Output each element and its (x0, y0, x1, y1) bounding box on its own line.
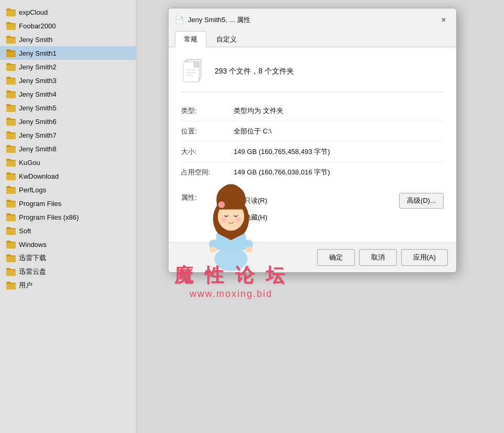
file-info-icon (181, 58, 204, 85)
prop-row-1: 位置:全部位于 C:\ (181, 121, 444, 142)
readonly-checkbox[interactable] (234, 197, 241, 204)
dialog-title-icon: 📄 (175, 16, 184, 24)
tab-custom[interactable]: 自定义 (207, 31, 246, 47)
attributes-row: 属性: 只读(R) 高级(D)... 隐藏(H) (181, 188, 444, 232)
ok-button[interactable]: 确定 (317, 249, 355, 266)
prop-label-3: 占用空间: (181, 168, 234, 177)
hidden-checkbox[interactable] (234, 214, 241, 221)
prop-label-2: 大小: (181, 147, 234, 157)
readonly-attr-row: 只读(R) 高级(D)... (234, 193, 444, 209)
dialog-title-text: Jeny Smith5, ... 属性 (188, 15, 437, 25)
prop-value-0: 类型均为 文件夹 (234, 106, 444, 116)
dialog-titlebar: 📄 Jeny Smith5, ... 属性 ✕ (169, 8, 456, 30)
dialog-tabs: 常规 自定义 (169, 30, 456, 47)
dialog-footer: 确定 取消 应用(A) (169, 242, 456, 272)
multi-file-icon (181, 58, 204, 83)
prop-row-3: 占用空间:149 GB (160,766,038,016 字节) (181, 162, 444, 182)
dialog-body: 293 个文件，8 个文件夹 类型:类型均为 文件夹位置:全部位于 C:\大小:… (169, 47, 456, 242)
prop-value-2: 149 GB (160,765,458,493 字节) (234, 147, 444, 157)
file-info-header: 293 个文件，8 个文件夹 (181, 58, 444, 92)
prop-label-1: 位置: (181, 127, 234, 136)
properties-dialog: 📄 Jeny Smith5, ... 属性 ✕ 常规 自定义 (168, 8, 457, 273)
file-count-text: 293 个文件，8 个文件夹 (215, 67, 294, 76)
prop-row-2: 大小:149 GB (160,765,458,493 字节) (181, 142, 444, 162)
close-button[interactable]: ✕ (437, 14, 450, 26)
readonly-label: 只读(R) (244, 196, 267, 205)
properties-list: 类型:类型均为 文件夹位置:全部位于 C:\大小:149 GB (160,765… (181, 101, 444, 182)
tab-general[interactable]: 常规 (175, 31, 206, 47)
hidden-label: 隐藏(H) (244, 213, 267, 222)
attributes-label: 属性: (181, 193, 234, 202)
prop-value-3: 149 GB (160,766,038,016 字节) (234, 168, 444, 177)
hidden-attr-row: 隐藏(H) (234, 213, 444, 222)
advanced-button[interactable]: 高级(D)... (399, 193, 444, 209)
prop-row-0: 类型:类型均为 文件夹 (181, 101, 444, 121)
attributes-section: 属性: 只读(R) 高级(D)... 隐藏(H) (181, 188, 444, 232)
cancel-button[interactable]: 取消 (359, 249, 397, 266)
apply-button[interactable]: 应用(A) (401, 249, 448, 266)
prop-label-0: 类型: (181, 106, 234, 116)
prop-value-1: 全部位于 C:\ (234, 127, 444, 136)
